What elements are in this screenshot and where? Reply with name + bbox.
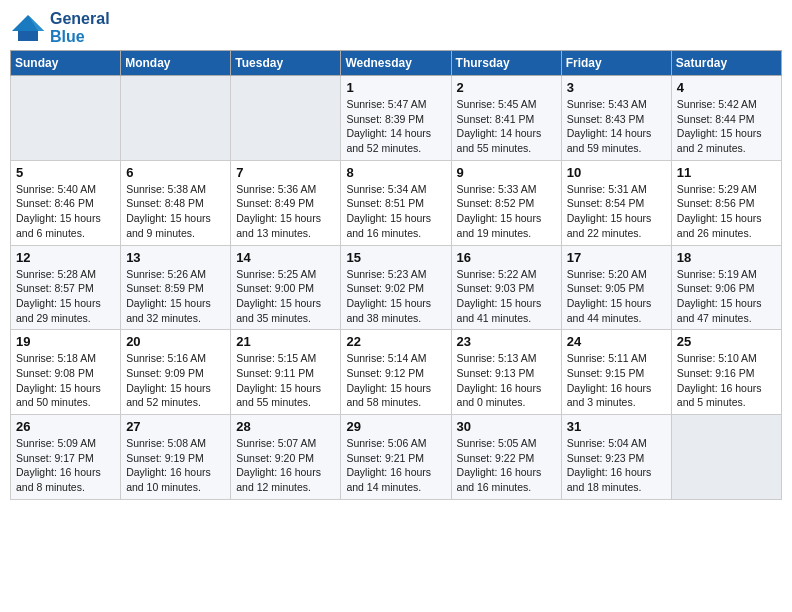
day-number: 13 xyxy=(126,250,225,265)
calendar-cell: 28Sunrise: 5:07 AMSunset: 9:20 PMDayligh… xyxy=(231,415,341,500)
day-number: 28 xyxy=(236,419,335,434)
day-number: 10 xyxy=(567,165,666,180)
day-info: Sunrise: 5:25 AMSunset: 9:00 PMDaylight:… xyxy=(236,267,335,326)
calendar-cell: 22Sunrise: 5:14 AMSunset: 9:12 PMDayligh… xyxy=(341,330,451,415)
calendar-cell: 17Sunrise: 5:20 AMSunset: 9:05 PMDayligh… xyxy=(561,245,671,330)
day-number: 2 xyxy=(457,80,556,95)
calendar-cell: 13Sunrise: 5:26 AMSunset: 8:59 PMDayligh… xyxy=(121,245,231,330)
calendar-cell: 1Sunrise: 5:47 AMSunset: 8:39 PMDaylight… xyxy=(341,76,451,161)
calendar-cell: 11Sunrise: 5:29 AMSunset: 8:56 PMDayligh… xyxy=(671,160,781,245)
day-info: Sunrise: 5:18 AMSunset: 9:08 PMDaylight:… xyxy=(16,351,115,410)
day-info: Sunrise: 5:34 AMSunset: 8:51 PMDaylight:… xyxy=(346,182,445,241)
header-saturday: Saturday xyxy=(671,51,781,76)
calendar-week-4: 19Sunrise: 5:18 AMSunset: 9:08 PMDayligh… xyxy=(11,330,782,415)
day-info: Sunrise: 5:11 AMSunset: 9:15 PMDaylight:… xyxy=(567,351,666,410)
day-info: Sunrise: 5:22 AMSunset: 9:03 PMDaylight:… xyxy=(457,267,556,326)
day-number: 18 xyxy=(677,250,776,265)
calendar-cell: 10Sunrise: 5:31 AMSunset: 8:54 PMDayligh… xyxy=(561,160,671,245)
day-info: Sunrise: 5:10 AMSunset: 9:16 PMDaylight:… xyxy=(677,351,776,410)
day-number: 29 xyxy=(346,419,445,434)
header-tuesday: Tuesday xyxy=(231,51,341,76)
day-info: Sunrise: 5:33 AMSunset: 8:52 PMDaylight:… xyxy=(457,182,556,241)
day-number: 1 xyxy=(346,80,445,95)
day-number: 5 xyxy=(16,165,115,180)
day-info: Sunrise: 5:15 AMSunset: 9:11 PMDaylight:… xyxy=(236,351,335,410)
day-number: 16 xyxy=(457,250,556,265)
day-number: 20 xyxy=(126,334,225,349)
day-number: 7 xyxy=(236,165,335,180)
day-info: Sunrise: 5:36 AMSunset: 8:49 PMDaylight:… xyxy=(236,182,335,241)
calendar-cell: 9Sunrise: 5:33 AMSunset: 8:52 PMDaylight… xyxy=(451,160,561,245)
calendar-cell: 15Sunrise: 5:23 AMSunset: 9:02 PMDayligh… xyxy=(341,245,451,330)
day-info: Sunrise: 5:07 AMSunset: 9:20 PMDaylight:… xyxy=(236,436,335,495)
day-number: 23 xyxy=(457,334,556,349)
day-number: 31 xyxy=(567,419,666,434)
header-sunday: Sunday xyxy=(11,51,121,76)
calendar-cell: 27Sunrise: 5:08 AMSunset: 9:19 PMDayligh… xyxy=(121,415,231,500)
day-info: Sunrise: 5:26 AMSunset: 8:59 PMDaylight:… xyxy=(126,267,225,326)
calendar-week-2: 5Sunrise: 5:40 AMSunset: 8:46 PMDaylight… xyxy=(11,160,782,245)
day-number: 22 xyxy=(346,334,445,349)
day-info: Sunrise: 5:04 AMSunset: 9:23 PMDaylight:… xyxy=(567,436,666,495)
calendar-cell: 24Sunrise: 5:11 AMSunset: 9:15 PMDayligh… xyxy=(561,330,671,415)
calendar-cell: 7Sunrise: 5:36 AMSunset: 8:49 PMDaylight… xyxy=(231,160,341,245)
day-number: 9 xyxy=(457,165,556,180)
day-number: 3 xyxy=(567,80,666,95)
day-number: 21 xyxy=(236,334,335,349)
calendar-week-1: 1Sunrise: 5:47 AMSunset: 8:39 PMDaylight… xyxy=(11,76,782,161)
calendar-cell xyxy=(671,415,781,500)
day-info: Sunrise: 5:13 AMSunset: 9:13 PMDaylight:… xyxy=(457,351,556,410)
day-number: 11 xyxy=(677,165,776,180)
day-number: 12 xyxy=(16,250,115,265)
day-info: Sunrise: 5:19 AMSunset: 9:06 PMDaylight:… xyxy=(677,267,776,326)
header-monday: Monday xyxy=(121,51,231,76)
day-info: Sunrise: 5:29 AMSunset: 8:56 PMDaylight:… xyxy=(677,182,776,241)
day-info: Sunrise: 5:14 AMSunset: 9:12 PMDaylight:… xyxy=(346,351,445,410)
calendar-cell: 6Sunrise: 5:38 AMSunset: 8:48 PMDaylight… xyxy=(121,160,231,245)
day-info: Sunrise: 5:20 AMSunset: 9:05 PMDaylight:… xyxy=(567,267,666,326)
calendar-cell xyxy=(11,76,121,161)
logo-icon xyxy=(10,13,46,43)
calendar-week-3: 12Sunrise: 5:28 AMSunset: 8:57 PMDayligh… xyxy=(11,245,782,330)
day-number: 17 xyxy=(567,250,666,265)
calendar-cell: 8Sunrise: 5:34 AMSunset: 8:51 PMDaylight… xyxy=(341,160,451,245)
calendar-cell: 19Sunrise: 5:18 AMSunset: 9:08 PMDayligh… xyxy=(11,330,121,415)
day-info: Sunrise: 5:31 AMSunset: 8:54 PMDaylight:… xyxy=(567,182,666,241)
day-info: Sunrise: 5:28 AMSunset: 8:57 PMDaylight:… xyxy=(16,267,115,326)
calendar-cell xyxy=(121,76,231,161)
day-number: 14 xyxy=(236,250,335,265)
day-number: 25 xyxy=(677,334,776,349)
calendar-cell: 2Sunrise: 5:45 AMSunset: 8:41 PMDaylight… xyxy=(451,76,561,161)
header-friday: Friday xyxy=(561,51,671,76)
day-info: Sunrise: 5:38 AMSunset: 8:48 PMDaylight:… xyxy=(126,182,225,241)
calendar-cell: 18Sunrise: 5:19 AMSunset: 9:06 PMDayligh… xyxy=(671,245,781,330)
calendar-cell: 26Sunrise: 5:09 AMSunset: 9:17 PMDayligh… xyxy=(11,415,121,500)
day-info: Sunrise: 5:16 AMSunset: 9:09 PMDaylight:… xyxy=(126,351,225,410)
calendar-cell: 4Sunrise: 5:42 AMSunset: 8:44 PMDaylight… xyxy=(671,76,781,161)
calendar-cell: 16Sunrise: 5:22 AMSunset: 9:03 PMDayligh… xyxy=(451,245,561,330)
calendar-cell: 29Sunrise: 5:06 AMSunset: 9:21 PMDayligh… xyxy=(341,415,451,500)
day-number: 8 xyxy=(346,165,445,180)
calendar-header-row: SundayMondayTuesdayWednesdayThursdayFrid… xyxy=(11,51,782,76)
svg-rect-2 xyxy=(18,31,38,41)
calendar-cell: 5Sunrise: 5:40 AMSunset: 8:46 PMDaylight… xyxy=(11,160,121,245)
header-wednesday: Wednesday xyxy=(341,51,451,76)
day-info: Sunrise: 5:45 AMSunset: 8:41 PMDaylight:… xyxy=(457,97,556,156)
calendar-week-5: 26Sunrise: 5:09 AMSunset: 9:17 PMDayligh… xyxy=(11,415,782,500)
day-number: 15 xyxy=(346,250,445,265)
day-info: Sunrise: 5:06 AMSunset: 9:21 PMDaylight:… xyxy=(346,436,445,495)
day-number: 27 xyxy=(126,419,225,434)
calendar-cell: 20Sunrise: 5:16 AMSunset: 9:09 PMDayligh… xyxy=(121,330,231,415)
day-info: Sunrise: 5:08 AMSunset: 9:19 PMDaylight:… xyxy=(126,436,225,495)
day-info: Sunrise: 5:23 AMSunset: 9:02 PMDaylight:… xyxy=(346,267,445,326)
calendar-cell: 25Sunrise: 5:10 AMSunset: 9:16 PMDayligh… xyxy=(671,330,781,415)
day-info: Sunrise: 5:42 AMSunset: 8:44 PMDaylight:… xyxy=(677,97,776,156)
calendar-cell: 23Sunrise: 5:13 AMSunset: 9:13 PMDayligh… xyxy=(451,330,561,415)
calendar-cell: 21Sunrise: 5:15 AMSunset: 9:11 PMDayligh… xyxy=(231,330,341,415)
day-info: Sunrise: 5:43 AMSunset: 8:43 PMDaylight:… xyxy=(567,97,666,156)
day-number: 26 xyxy=(16,419,115,434)
day-number: 6 xyxy=(126,165,225,180)
day-number: 19 xyxy=(16,334,115,349)
logo-text: General Blue xyxy=(50,10,110,46)
calendar-cell: 30Sunrise: 5:05 AMSunset: 9:22 PMDayligh… xyxy=(451,415,561,500)
